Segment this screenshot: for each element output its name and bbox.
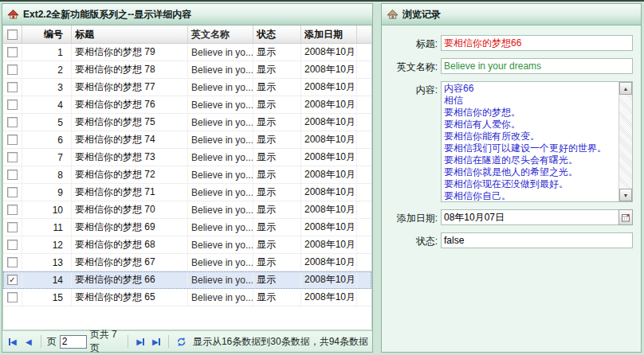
cell-status: 显示 [253,131,301,148]
checkbox-icon[interactable] [7,29,18,40]
table-row[interactable]: 1 要相信你的梦想 79 Believe in yo... 显示 2008年10… [3,44,371,61]
checkbox-icon[interactable] [7,64,18,75]
row-checkbox[interactable] [3,201,22,218]
checkbox-icon[interactable] [7,99,18,110]
table-row[interactable]: 6 要相信你的梦想 74 Believe in yo... 显示 2008年10… [3,131,371,149]
cell-status: 显示 [253,271,301,288]
grid-header-row: 编号 标题 英文名称 状态 添加日期 [3,25,371,44]
table-row[interactable]: 11 要相信你的梦想 69 Believe in yo... 显示 2008年1… [3,219,371,236]
scroll-up-icon[interactable]: ▲ [619,82,632,95]
cell-num: 13 [22,254,72,271]
refresh-icon[interactable] [176,336,187,348]
first-page-button[interactable]: ◀ [6,334,19,349]
prev-page-button[interactable]: ◀ [22,334,35,349]
cell-num: 15 [22,289,72,306]
checkbox-icon[interactable] [7,152,18,162]
checkbox-icon[interactable] [7,240,18,250]
paging-toolbar: ◀ ◀ 页 页共 7页 ▶ ▶ 显示从16条数据到30条数据，共94条数据 [2,330,372,352]
cell-status: 显示 [253,44,301,60]
table-row[interactable]: 14 要相信你的梦想 66 Believe in yo... 显示 2008年1… [3,271,371,289]
detail-panel-header: 浏览记录 [382,4,641,25]
table-row[interactable]: 9 要相信你的梦想 71 Believe in yo... 显示 2008年10… [3,184,371,201]
table-row[interactable]: 15 要相信你的梦想 65 Believe in yo... 显示 2008年1… [3,289,371,306]
checkbox-icon[interactable] [7,47,18,57]
en-name-field-input[interactable] [441,58,633,74]
date-picker-button[interactable] [618,209,633,225]
column-header-title[interactable]: 标题 [72,25,188,43]
column-header-num[interactable]: 编号 [22,25,72,43]
checkbox-icon[interactable] [7,205,18,215]
checkbox-icon[interactable] [7,135,18,145]
checkbox-icon[interactable] [7,257,18,267]
cell-date: 2008年10月... [301,236,357,253]
scrollbar-track[interactable] [619,95,632,189]
cell-date: 2008年10月... [301,149,357,166]
cell-en: Believe in yo... [188,201,253,218]
checkbox-icon[interactable] [7,187,18,197]
checkbox-icon[interactable] [7,292,18,302]
row-checkbox[interactable] [3,44,22,60]
cell-status: 显示 [253,96,301,113]
row-checkbox[interactable] [3,184,22,201]
cell-en: Believe in yo... [188,131,253,148]
cell-en: Believe in yo... [188,96,253,113]
cell-status: 显示 [253,236,301,253]
table-row[interactable]: 10 要相信你的梦想 70 Believe in yo... 显示 2008年1… [3,201,371,219]
page-number-input[interactable] [60,335,87,349]
data-grid: 编号 标题 英文名称 状态 添加日期 1 要相信你的梦想 79 Believe … [2,25,372,330]
row-checkbox[interactable] [3,219,22,236]
cell-title: 要相信你的梦想 69 [72,219,188,236]
table-row[interactable]: 4 要相信你的梦想 76 Believe in yo... 显示 2008年10… [3,96,371,114]
column-header-status[interactable]: 状态 [253,25,301,43]
row-checkbox[interactable] [3,289,22,306]
cell-en: Believe in yo... [188,61,253,78]
table-row[interactable]: 3 要相信你的梦想 77 Believe in yo... 显示 2008年10… [3,79,371,96]
row-checkbox[interactable] [3,131,22,148]
content-text[interactable]: 内容66 相信 要相信你的梦想。 要相信有人爱你。 要相信你能有所改变。 要相信… [442,82,618,201]
select-all-checkbox[interactable] [3,25,22,43]
row-checkbox[interactable] [3,61,22,78]
table-row[interactable]: 5 要相信你的梦想 75 Believe in yo... 显示 2008年10… [3,114,371,131]
checkbox-icon[interactable] [7,222,18,232]
content-scrollbar[interactable]: ▲ ▼ [618,82,632,201]
toolbar-separator [128,335,128,348]
date-field-input[interactable] [441,209,618,225]
column-header-en[interactable]: 英文名称 [188,25,253,43]
cell-en: Believe in yo... [188,271,253,288]
row-checkbox[interactable] [3,114,22,131]
row-checkbox[interactable] [3,166,22,183]
cell-date: 2008年10月... [301,166,357,183]
cell-title: 要相信你的梦想 75 [72,114,188,131]
row-checkbox[interactable] [3,236,22,253]
row-checkbox[interactable] [3,271,22,288]
checkbox-icon[interactable] [7,275,18,285]
title-field-input[interactable] [441,35,633,51]
row-checkbox[interactable] [3,96,22,113]
column-header-date[interactable]: 添加日期 [301,25,357,43]
home-icon [7,9,19,20]
home-icon [387,9,399,20]
row-checkbox[interactable] [3,254,22,271]
scroll-down-icon[interactable]: ▼ [619,189,632,201]
row-checkbox[interactable] [3,79,22,96]
last-page-button[interactable]: ▶ [150,334,163,349]
paging-status-text: 显示从16条数据到30条数据，共94条数据 [193,335,368,349]
table-row[interactable]: 13 要相信你的梦想 67 Believe in yo... 显示 2008年1… [3,254,371,271]
checkbox-icon[interactable] [7,82,18,92]
detail-panel: 浏览记录 标题: 英文名称: 内容: 内容66 相信 要相信你的梦想。 要相信有… [381,3,642,353]
table-row[interactable]: 7 要相信你的梦想 73 Believe in yo... 显示 2008年10… [3,149,371,166]
table-row[interactable]: 8 要相信你的梦想 72 Believe in yo... 显示 2008年10… [3,166,371,184]
status-field-input[interactable] [441,232,633,248]
row-checkbox[interactable] [3,149,22,166]
checkbox-icon[interactable] [7,170,18,180]
content-textarea[interactable]: 内容66 相信 要相信你的梦想。 要相信有人爱你。 要相信你能有所改变。 要相信… [441,81,633,202]
next-page-button[interactable]: ▶ [134,334,147,349]
total-pages-label: 页共 7页 [90,328,123,355]
table-row[interactable]: 12 要相信你的梦想 68 Believe in yo... 显示 2008年1… [3,236,371,254]
table-row[interactable]: 2 要相信你的梦想 78 Believe in yo... 显示 2008年10… [3,61,371,79]
cell-num: 14 [22,271,72,288]
cell-title: 要相信你的梦想 74 [72,131,188,148]
checkbox-icon[interactable] [7,117,18,127]
cell-en: Believe in yo... [188,149,253,166]
cell-num: 10 [22,201,72,218]
